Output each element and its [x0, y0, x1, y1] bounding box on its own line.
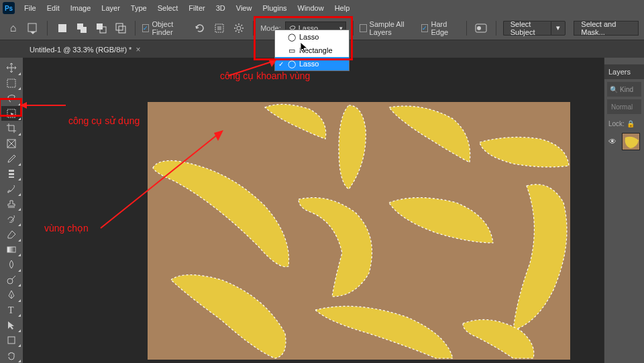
menu-image[interactable]: Image	[65, 0, 97, 16]
svg-rect-26	[9, 170, 14, 172]
menu-type[interactable]: Type	[125, 0, 152, 16]
rectangle-icon: ▭	[287, 46, 297, 55]
stamp-tool[interactable]	[1, 197, 21, 212]
svg-point-10	[237, 26, 241, 30]
separator	[466, 21, 467, 36]
svg-rect-7	[119, 26, 125, 33]
refresh-icon[interactable]	[192, 19, 207, 38]
layers-filter[interactable]: 🔍 Kind	[607, 82, 641, 97]
layer-row[interactable]: 👁	[604, 130, 644, 153]
menu-select[interactable]: Select	[152, 0, 184, 16]
gear-icon[interactable]	[231, 19, 246, 38]
lasso-icon: ◯	[287, 33, 297, 42]
frame-tool[interactable]	[1, 136, 21, 152]
svg-rect-0	[28, 23, 36, 32]
crop-tool[interactable]	[1, 121, 21, 136]
canvas-content	[148, 102, 570, 360]
svg-text:T: T	[8, 305, 14, 315]
history-brush-tool[interactable]	[1, 211, 21, 227]
eyedropper-tool[interactable]	[1, 151, 21, 166]
mask-mode-icon[interactable]	[474, 19, 489, 38]
svg-point-30	[7, 278, 13, 284]
close-icon[interactable]: ×	[136, 45, 140, 54]
menu-bar: Ps File Edit Image Layer Type Select Fil…	[0, 0, 644, 16]
selection-subtract-icon[interactable]	[93, 19, 109, 38]
menu-edit[interactable]: Edit	[42, 0, 65, 16]
workspace: T	[0, 58, 644, 363]
move-tool[interactable]	[1, 60, 21, 76]
separator	[135, 21, 136, 36]
svg-rect-6	[116, 23, 123, 30]
layer-thumbnail[interactable]	[622, 133, 640, 150]
pen-tool[interactable]	[1, 287, 21, 303]
separator	[47, 21, 48, 36]
lasso-icon: ◯	[287, 60, 297, 68]
svg-rect-3	[80, 27, 87, 33]
svg-line-17	[235, 30, 237, 32]
shape-tool[interactable]	[1, 333, 21, 348]
svg-rect-21	[7, 79, 15, 87]
menu-window[interactable]: Window	[292, 0, 329, 16]
menu-help[interactable]: Help	[329, 0, 356, 16]
menu-layer[interactable]: Layer	[96, 0, 125, 16]
layers-panel: Layers 🔍 Kind Normal Lock: 🔒 👁	[604, 58, 644, 363]
canvas-area[interactable]	[23, 58, 604, 363]
object-finder-label: Object Finder	[152, 20, 188, 36]
separator	[253, 21, 254, 36]
layers-panel-title[interactable]: Layers	[604, 64, 644, 79]
gradient-tool[interactable]	[1, 242, 21, 258]
svg-rect-27	[9, 173, 14, 175]
visibility-icon[interactable]: 👁	[608, 137, 618, 146]
mode-option-rectangle[interactable]: ▭ Rectangle	[275, 44, 349, 57]
object-finder-checkbox[interactable]: ✓Object Finder	[142, 20, 188, 36]
blend-mode-dropdown[interactable]: Normal	[607, 99, 641, 114]
chevron-down-icon[interactable]: ▾	[551, 21, 566, 36]
svg-point-20	[477, 26, 481, 30]
path-selection-tool[interactable]	[1, 317, 21, 333]
document-tab[interactable]: Untitled-1 @ 33.3% (RGB/8#) * ×	[23, 42, 147, 58]
overlay-icon[interactable]	[211, 19, 227, 38]
hard-edge-checkbox[interactable]: ✓Hard Edge	[421, 20, 460, 36]
svg-rect-1	[58, 24, 66, 32]
menu-3d[interactable]: 3D	[211, 0, 231, 16]
svg-rect-28	[9, 176, 14, 178]
separator	[496, 21, 496, 36]
home-button[interactable]: ⌂	[5, 19, 21, 38]
eraser-tool[interactable]	[1, 227, 21, 242]
menu-plugins[interactable]: Plugins	[257, 0, 292, 16]
blur-tool[interactable]	[1, 257, 21, 272]
lasso-tool[interactable]	[1, 91, 21, 106]
object-selection-tool[interactable]	[1, 106, 21, 121]
menu-filter[interactable]: Filter	[183, 0, 210, 16]
healing-tool[interactable]	[1, 166, 21, 182]
mode-option-lasso-selected[interactable]: ✓◯ Lasso	[275, 57, 349, 70]
svg-line-18	[241, 25, 242, 26]
dodge-tool[interactable]	[1, 272, 21, 288]
selection-intersect-icon[interactable]	[113, 19, 128, 38]
menu-view[interactable]: View	[231, 0, 258, 16]
brush-tool[interactable]	[1, 181, 21, 197]
lock-icon[interactable]: 🔒	[627, 120, 635, 127]
marquee-tool[interactable]	[1, 76, 21, 91]
type-tool[interactable]: T	[1, 303, 21, 318]
svg-rect-32	[8, 337, 15, 344]
lock-row: Lock: 🔒	[604, 117, 644, 130]
mode-option-lasso[interactable]: ◯ Lasso	[275, 30, 349, 44]
separator	[353, 21, 354, 36]
select-and-mask-button[interactable]: Select and Mask...	[574, 21, 639, 36]
select-subject-button[interactable]: Select Subject ▾	[503, 21, 566, 36]
svg-line-16	[241, 30, 242, 32]
document-tab-title: Untitled-1 @ 33.3% (RGB/8#) *	[30, 46, 131, 54]
svg-rect-29	[7, 247, 15, 252]
sample-all-checkbox[interactable]: Sample All Layers	[360, 20, 417, 36]
hard-edge-label: Hard Edge	[431, 20, 460, 36]
menu-file[interactable]: File	[19, 0, 42, 16]
hand-tool[interactable]	[1, 348, 21, 363]
tool-preset-icon[interactable]	[25, 19, 40, 38]
selection-new-icon[interactable]	[54, 19, 70, 38]
document-canvas[interactable]	[148, 102, 570, 360]
svg-rect-9	[217, 26, 221, 30]
selection-add-icon[interactable]	[74, 19, 89, 38]
left-toolbar: T	[0, 58, 23, 363]
search-icon: 🔍	[610, 86, 618, 93]
